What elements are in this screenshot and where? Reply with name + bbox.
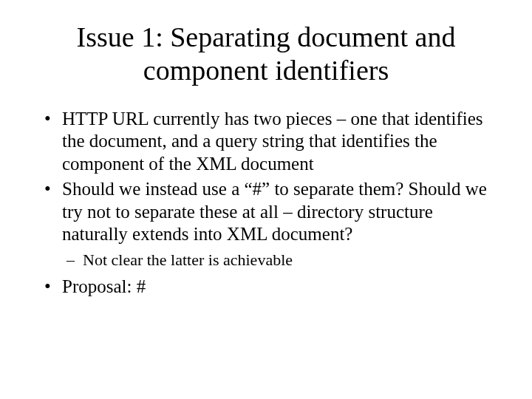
- bullet-item: Proposal: #: [40, 276, 492, 299]
- bullet-text: Should we instead use a “#” to separate …: [62, 179, 487, 244]
- bullet-item: Should we instead use a “#” to separate …: [40, 178, 492, 270]
- bullet-text: Proposal: #: [62, 276, 146, 296]
- sub-bullet-list: Not clear the latter is achievable: [62, 250, 492, 270]
- sub-bullet-item: Not clear the latter is achievable: [62, 250, 492, 270]
- slide-title: Issue 1: Separating document and compone…: [37, 21, 495, 87]
- bullet-text: HTTP URL currently has two pieces – one …: [62, 109, 483, 174]
- bullet-list: HTTP URL currently has two pieces – one …: [40, 108, 492, 299]
- bullet-item: HTTP URL currently has two pieces – one …: [40, 108, 492, 176]
- sub-bullet-text: Not clear the latter is achievable: [83, 250, 293, 269]
- slide: Issue 1: Separating document and compone…: [0, 0, 532, 399]
